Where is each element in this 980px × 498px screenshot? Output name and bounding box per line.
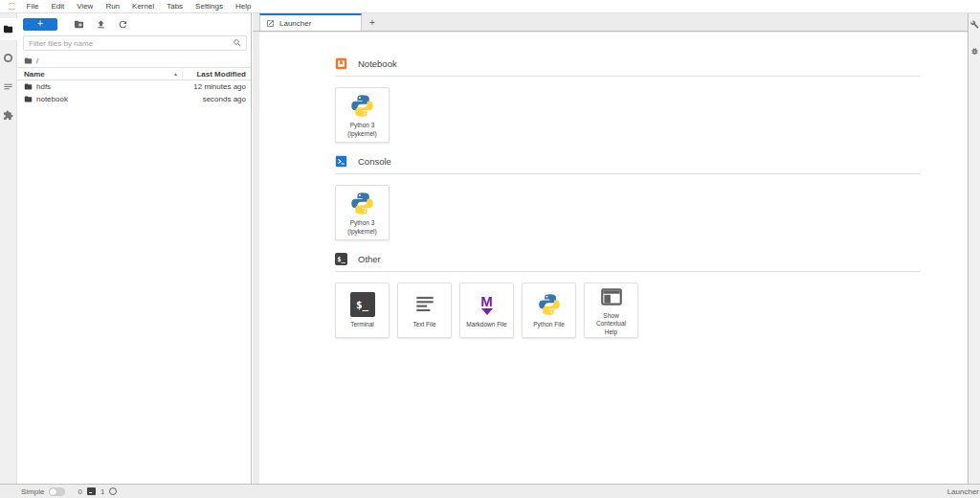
running-icon[interactable] <box>0 47 17 69</box>
tab-label: Launcher <box>279 19 311 28</box>
toc-icon[interactable] <box>0 76 17 98</box>
tab-launcher[interactable]: Launcher <box>259 13 362 31</box>
breadcrumb-path: / <box>36 57 38 65</box>
launcher-card-python-file[interactable]: Python File <box>522 283 576 338</box>
card-label: Python 3 (ipykernel) <box>347 122 376 137</box>
launcher-card-notebook-python3[interactable]: Python 3 (ipykernel) <box>335 87 390 143</box>
notebook-icon <box>335 57 347 70</box>
kernel-icon[interactable] <box>109 487 117 495</box>
launcher-icon <box>266 19 275 28</box>
card-label: Show Contextual Help <box>588 312 635 335</box>
launcher-card-terminal[interactable]: $_ Terminal <box>335 283 390 338</box>
status-bar: Simple 0 1 Launcher <box>0 484 980 498</box>
file-name: notebook <box>36 95 68 103</box>
upload-icon[interactable] <box>90 19 112 30</box>
menu-file[interactable]: File <box>20 0 45 12</box>
search-icon <box>233 38 242 48</box>
menu-kernel[interactable]: Kernel <box>126 0 161 12</box>
terminal-icon[interactable] <box>87 487 96 495</box>
sort-ascending-icon: ▲ <box>173 71 178 77</box>
menu-view[interactable]: View <box>71 0 100 12</box>
console-icon <box>335 155 347 168</box>
launcher-section-console: Console Python 3 (ipykernel) <box>335 155 921 240</box>
menu-tabs[interactable]: Tabs <box>161 0 189 12</box>
home-folder-icon[interactable] <box>24 57 33 65</box>
new-tab-button[interactable]: + <box>362 13 383 31</box>
extension-icon[interactable] <box>0 104 17 126</box>
jupyter-logo <box>3 0 20 12</box>
file-browser-toolbar: + <box>17 13 251 35</box>
card-label: Python 3 (ipykernel) <box>347 219 376 235</box>
python-icon <box>537 291 562 318</box>
filter-files-input[interactable] <box>24 39 233 48</box>
file-list-header: Name ▲ Last Modified <box>17 67 251 80</box>
file-browser-panel: + / <box>17 13 252 484</box>
section-title: Notebook <box>358 58 397 69</box>
terminal-icon: $_ <box>350 291 375 318</box>
new-launcher-button[interactable]: + <box>23 18 57 31</box>
menu-edit[interactable]: Edit <box>45 0 71 12</box>
card-label: Terminal <box>350 321 374 328</box>
column-header-last-modified[interactable]: Last Modified <box>182 68 251 79</box>
property-inspector-icon[interactable] <box>970 20 979 29</box>
new-folder-icon[interactable] <box>68 19 90 30</box>
filter-files-box <box>23 35 247 51</box>
menu-bar: File Edit View Run Kernel Tabs Settings … <box>0 0 980 13</box>
python-icon <box>349 190 375 216</box>
tab-bar: Launcher + <box>253 13 968 32</box>
card-label: Text File <box>412 321 435 328</box>
contextual-help-icon <box>599 284 624 309</box>
file-name: hdfs <box>36 82 51 91</box>
column-header-name[interactable]: Name ▲ <box>17 68 182 79</box>
breadcrumb[interactable]: / <box>17 54 251 67</box>
markdown-icon: M <box>480 291 493 318</box>
main-dock: Launcher + Notebook <box>253 13 968 484</box>
text-file-icon <box>412 291 437 318</box>
menu-help[interactable]: Help <box>230 0 257 12</box>
card-label: Python File <box>533 321 565 328</box>
launcher-card-markdown-file[interactable]: M Markdown File <box>459 283 514 338</box>
python-icon <box>349 92 375 119</box>
launcher-card-console-python3[interactable]: Python 3 (ipykernel) <box>335 185 390 240</box>
file-modified: 12 minutes ago <box>160 82 251 91</box>
debugger-icon[interactable] <box>970 47 979 56</box>
status-bar-context: Launcher <box>947 487 979 496</box>
file-modified: seconds ago <box>160 95 251 103</box>
folder-icon <box>24 95 33 103</box>
section-title: Other <box>358 254 381 264</box>
launcher-section-notebook: Notebook Python 3 (ipykernel) <box>335 57 921 143</box>
file-row-notebook[interactable]: notebook seconds ago <box>17 93 251 105</box>
section-title: Console <box>358 156 391 167</box>
simple-mode-toggle[interactable] <box>49 487 65 496</box>
menu-settings[interactable]: Settings <box>189 0 230 12</box>
left-sidebar <box>0 13 17 484</box>
card-label: Markdown File <box>466 321 506 328</box>
menu-run[interactable]: Run <box>100 0 126 12</box>
terminal-icon: $_ <box>335 253 347 265</box>
kernels-count: 1 <box>100 487 104 496</box>
launcher-card-show-contextual-help[interactable]: Show Contextual Help <box>584 283 638 338</box>
terminals-count: 0 <box>78 487 81 496</box>
launcher-section-other: $_ Other $_ Terminal <box>335 253 921 338</box>
refresh-icon[interactable] <box>112 19 134 30</box>
launcher-card-text-file[interactable]: Text File <box>397 283 452 338</box>
launcher-panel: Notebook Python 3 (ipykernel) <box>259 33 968 484</box>
right-sidebar <box>968 13 980 484</box>
folder-icon[interactable] <box>0 18 17 40</box>
file-row-hdfs[interactable]: hdfs 12 minutes ago <box>17 80 251 93</box>
simple-mode-label: Simple <box>21 487 44 496</box>
folder-icon <box>24 82 33 91</box>
